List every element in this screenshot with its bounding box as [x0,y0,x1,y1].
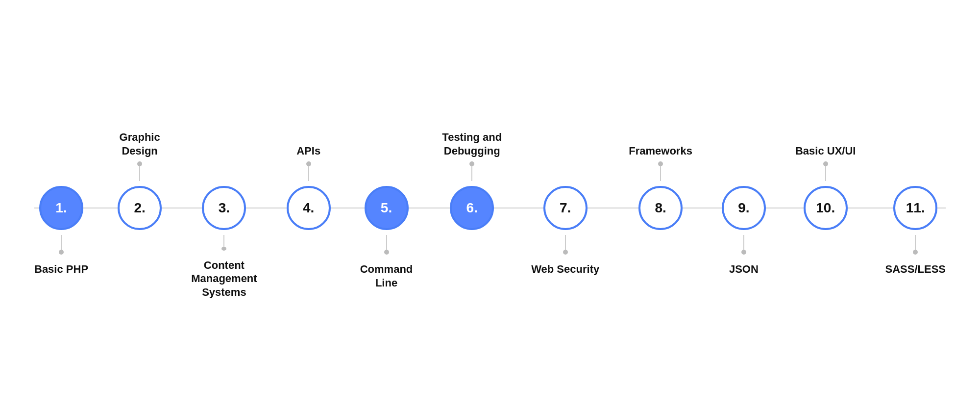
bottom-connector-line-7 [565,235,566,250]
top-connector-dot-4 [306,161,311,166]
node-wrapper-2: GraphicDesign2. [118,117,162,299]
top-connector-line-2 [139,166,140,181]
label-bottom-7: Web Security [531,230,599,299]
bottom-connector-line-9 [743,235,744,250]
circle-node-8[interactable]: 8. [638,186,683,230]
label-top-4: APIs [296,117,320,186]
circle-node-1[interactable]: 1. [39,186,83,230]
bottom-connector-dot-7 [563,250,568,255]
top-label-text-10: Basic UX/UI [795,144,856,158]
top-connector-line-4 [308,166,309,181]
circle-node-9[interactable]: 9. [722,186,766,230]
node-wrapper-9: 9.JSON [722,117,766,299]
label-bottom-5: CommandLine [360,230,413,299]
top-connector-dot-6 [469,161,474,166]
bottom-label-text-1: Basic PHP [34,262,88,276]
top-label-text-2: GraphicDesign [120,130,160,157]
node-wrapper-4: APIs4. [287,117,331,299]
node-wrapper-3: 3.ContentManagementSystems [191,117,257,299]
node-wrapper-8: Frameworks8. [629,117,692,299]
node-wrapper-1: 1.Basic PHP [34,117,88,299]
label-top-10: Basic UX/UI [795,117,856,186]
bottom-connector-line-11 [915,235,916,250]
label-top-8: Frameworks [629,117,692,186]
circle-node-10[interactable]: 10. [804,186,848,230]
label-top-6: Testing andDebugging [442,117,502,186]
top-label-text-8: Frameworks [629,144,692,158]
bottom-connector-line-5 [386,235,387,250]
bottom-connector-line-1 [61,235,62,250]
bottom-connector-dot-1 [59,250,64,255]
circle-node-6[interactable]: 6. [450,186,494,230]
label-bottom-1: Basic PHP [34,230,88,299]
label-bottom-11: SASS/LESS [885,230,946,299]
top-label-text-4: APIs [296,144,320,158]
circle-node-2[interactable]: 2. [118,186,162,230]
circle-node-11[interactable]: 11. [893,186,937,230]
circle-node-5[interactable]: 5. [365,186,409,230]
circle-node-4[interactable]: 4. [287,186,331,230]
top-connector-dot-10 [823,161,828,166]
bottom-label-text-11: SASS/LESS [885,262,946,276]
top-label-text-6: Testing andDebugging [442,130,502,157]
bottom-label-text-5: CommandLine [360,262,413,289]
label-bottom-9: JSON [729,230,759,299]
top-connector-dot-8 [658,161,663,166]
bottom-connector-dot-11 [913,250,918,255]
bottom-connector-dot-9 [741,250,746,255]
bottom-label-text-9: JSON [729,262,759,276]
circle-node-7[interactable]: 7. [543,186,588,230]
label-bottom-3: ContentManagementSystems [191,230,257,299]
node-wrapper-11: 11.SASS/LESS [885,117,946,299]
node-wrapper-10: Basic UX/UI10. [795,117,856,299]
node-wrapper-5: 5.CommandLine [360,117,413,299]
top-connector-line-8 [660,166,661,181]
nodes-row: 1.Basic PHPGraphicDesign2.3.ContentManag… [34,117,946,299]
top-connector-line-10 [825,166,826,181]
bottom-connector-dot-3 [221,247,226,251]
bottom-label-text-3: ContentManagementSystems [191,259,257,299]
node-wrapper-7: 7.Web Security [531,117,599,299]
top-connector-line-6 [471,166,472,181]
circle-node-3[interactable]: 3. [202,186,246,230]
timeline-container: 1.Basic PHPGraphicDesign2.3.ContentManag… [34,36,946,380]
bottom-connector-line-3 [223,235,224,247]
node-wrapper-6: Testing andDebugging6. [442,117,502,299]
bottom-label-text-7: Web Security [531,262,599,276]
bottom-connector-dot-5 [384,250,389,255]
top-connector-dot-2 [137,161,142,166]
label-top-2: GraphicDesign [120,117,160,186]
